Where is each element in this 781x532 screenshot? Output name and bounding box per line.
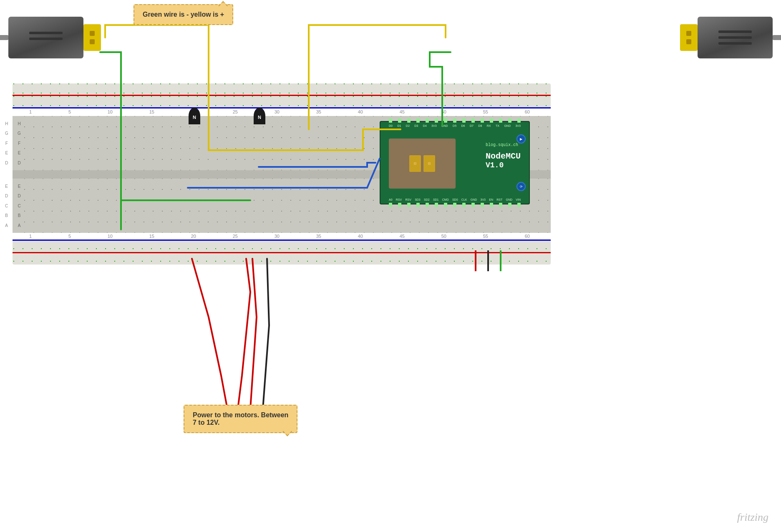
power-rail-top [13,83,551,96]
row-label-left-top: HGFED [5,116,8,170]
power-rail-top-blue [13,96,551,108]
wire-canvas [0,0,781,532]
row-label-left-bot: EDCBA [5,179,8,233]
nodemcu-pin-labels-top: D0D1D2D3D43V3GNDD5D6D7D8RXTXGND3V3 [389,124,521,127]
nodemcu-rst-button[interactable]: ⟳ [516,182,526,191]
motor-left [8,17,101,58]
fritzing-watermark: fritzing [737,511,768,524]
nodemcu-main-chip: ⊞ ⊞ [389,139,456,189]
column-numbers-top: 151015202530354045505560 [29,109,530,114]
nodemcu-title: blog.squix.ch NodeMCU V1.0 [486,143,521,169]
power-rail-bot-blue [13,240,551,252]
power-tooltip: Power to the motors. Between 7 to 12V. [184,405,297,433]
power-rail-bot-red [13,252,551,265]
nodemcu-flash-button[interactable]: ▶ [516,134,526,144]
transistor-left: N [189,108,200,124]
green-wire-tooltip: Green wire is - yellow is + [134,4,233,25]
nodemcu-board: D0D1D2D3D43V3GNDD5D6D7D8RXTXGND3V3 ⊞ ⊞ b… [380,121,530,204]
nodemcu-pin-labels-bottom: A0RSVRSVSD3SD2SD1CMDSD0CLKGND3V3ENRSTGND… [389,198,521,201]
column-numbers-bottom: 151015202530354045505560 [29,234,530,239]
motor-right [680,17,773,58]
transistor-right: N [254,108,265,124]
